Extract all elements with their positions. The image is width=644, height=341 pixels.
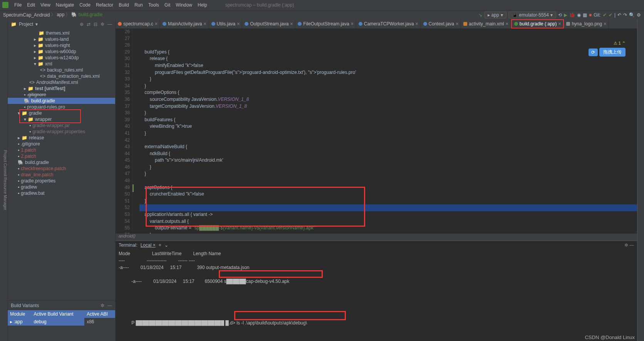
tab-Context-java[interactable]: Context.java× — [421, 19, 461, 28]
tab-spectrumcap-c[interactable]: spectrumcap.c× — [116, 19, 160, 28]
terminal-dropdown-icon[interactable]: ⌄ — [164, 242, 168, 248]
tab-MainActivity-java[interactable]: MainActivity.java× — [160, 19, 209, 28]
breadcrumb-app[interactable]: app — [50, 12, 64, 18]
tree-item-build-gradle[interactable]: 🐘 build.gradle — [8, 98, 115, 104]
tab-FileOutputStream-java[interactable]: FileOutputStream.java× — [295, 19, 356, 28]
tab-activity_main-xml[interactable]: activity_main.xml× — [461, 19, 511, 28]
tree-item-gradlew-bat[interactable]: ▪ gradlew.bat — [8, 190, 115, 196]
terminal-add-tab[interactable]: + — [159, 242, 161, 248]
menu-file[interactable]: File — [12, 2, 24, 8]
close-tab-icon[interactable]: × — [506, 21, 508, 27]
code-editor[interactable]: 2627282930313233343536373839404142434445… — [116, 28, 637, 234]
terminal-hide-icon[interactable]: — — [629, 242, 634, 248]
debug-icon[interactable]: 🐞 — [569, 12, 575, 18]
project-header[interactable]: 📁 Project ▾ ⊕ ⇄ ⊟ ✲ — — [8, 19, 115, 29]
git-commit-icon[interactable]: ✔ — [609, 12, 612, 18]
tree-item-values-w600dp[interactable]: ▸ 📁 values-w600dp — [8, 48, 115, 55]
left-tool-strip[interactable]: Project Commit Resource Manager — [0, 19, 8, 341]
search-icon[interactable]: 🔍 — [629, 12, 635, 18]
back-icon[interactable]: ↶ — [617, 12, 621, 18]
menu-refactor[interactable]: Refactor — [93, 2, 116, 8]
tree-item-data_extraction_rules-xml[interactable]: <> data_extraction_rules.xml — [8, 73, 115, 79]
profile-icon[interactable]: ◉ — [577, 12, 581, 18]
gear-icon[interactable]: ✲ — [101, 22, 104, 27]
expand-icon[interactable]: ⇄ — [87, 22, 91, 27]
right-tool-strip[interactable] — [637, 19, 644, 341]
hide-panel-icon[interactable]: — — [107, 22, 112, 27]
tree-item-values-w1240dp[interactable]: ▸ 📁 values-w1240dp — [8, 55, 115, 61]
git-check-icon[interactable]: ✔ — [603, 12, 607, 18]
breadcrumb-root[interactable]: SpectrumCap_Android — [3, 12, 50, 18]
menu-git[interactable]: Git — [162, 2, 173, 8]
terminal-prompt[interactable]: P ███████████████████████████ █.d> ls -l… — [119, 313, 634, 340]
tab-build-gradle---app-[interactable]: build.gradle (:app)× — [511, 19, 564, 28]
run-config-selector[interactable]: ▸ app ▾ — [484, 12, 506, 18]
close-tab-icon[interactable]: × — [204, 21, 206, 27]
close-tab-icon[interactable]: × — [237, 21, 240, 27]
close-tab-icon[interactable]: × — [290, 21, 293, 27]
menu-build[interactable]: Build — [116, 2, 132, 8]
tree-item-build-gradle[interactable]: 🐘 build.gradle — [8, 159, 115, 165]
breadcrumb-file[interactable]: 🐘 build.gradle — [64, 12, 102, 18]
tree-item-gradlew[interactable]: ▪ gradlew — [8, 184, 115, 190]
tree-item-themes-xml[interactable]: 📁 themes.xml — [8, 30, 115, 36]
bv-hide-icon[interactable]: — — [107, 303, 112, 308]
forward-icon[interactable]: ↷ — [623, 12, 627, 18]
bv-variant[interactable]: debug — [31, 318, 84, 326]
bv-gear-icon[interactable]: ✲ — [101, 303, 104, 308]
terminal-output[interactable]: Mode LastWriteTime Length Name ---- ----… — [116, 249, 637, 341]
terminal-gear-icon[interactable]: ✲ — [624, 242, 628, 248]
menu-edit[interactable]: Edit — [24, 2, 38, 8]
collapse-icon[interactable]: ⊟ — [94, 22, 97, 27]
sync-icon[interactable]: ⟲ — [558, 12, 562, 18]
tab-hyna_logo-png[interactable]: hyna_logo.png× — [564, 19, 609, 28]
project-view-mode[interactable]: Project — [19, 22, 33, 27]
run-icon[interactable]: ▶ — [564, 12, 567, 18]
project-tree[interactable]: 📁 themes.xml▸ 📁 values-land▸ 📁 values-ni… — [8, 29, 115, 301]
tree-item-draw_line-patch[interactable]: ▪ draw_line.patch — [8, 172, 115, 178]
tree-item-test--unitTest-[interactable]: ▸ 📁 test [unitTest] — [8, 85, 115, 92]
code-content[interactable]: buildTypes { release { minifyEnabled "k"… — [138, 28, 637, 234]
menu-run[interactable]: Run — [132, 2, 146, 8]
tree-item-backup_rules-xml[interactable]: <> backup_rules.xml — [8, 67, 115, 73]
tree-item-gradle-properties[interactable]: ▪ gradle.properties — [8, 178, 115, 184]
menu-navigate[interactable]: Navigate — [53, 2, 77, 8]
tab-OutputStream-java[interactable]: OutputStream.java× — [242, 19, 295, 28]
tab-CameraTCPWorker-java[interactable]: CameraTCPWorker.java× — [356, 19, 421, 28]
fold-column[interactable] — [132, 28, 138, 234]
tree-item-checkfreespace-patch[interactable]: ▪ checkfreespace.patch — [8, 165, 115, 172]
tree-item-xml[interactable]: ▾ 📁 xml — [8, 61, 115, 67]
menu-window[interactable]: Window — [173, 2, 195, 8]
close-tab-icon[interactable]: × — [155, 21, 158, 27]
tab-Utils-java[interactable]: Utils.java× — [209, 19, 243, 28]
tree-item-AndroidManifest-xml[interactable]: <> AndroidManifest.xml — [8, 79, 115, 85]
editor-breadcrumb[interactable]: android{} — [116, 234, 637, 241]
tree-item-1-patch[interactable]: ▪ 1.patch — [8, 147, 115, 153]
menu-help[interactable]: Help — [195, 2, 210, 8]
stop-icon[interactable]: ■ — [589, 12, 592, 18]
close-tab-icon[interactable]: × — [456, 21, 458, 27]
terminal-tab-local[interactable]: Local × — [141, 242, 156, 248]
tree-item-gradle-wrapper-properties[interactable]: ▪ gradle-wrapper.properties — [8, 129, 115, 135]
tree-item--gitignore[interactable]: ▪ .gitignore — [8, 92, 115, 98]
close-tab-icon[interactable]: × — [416, 21, 418, 27]
menu-code[interactable]: Code — [77, 2, 93, 8]
tree-item--gitignore[interactable]: ▪ .gitignore — [8, 141, 115, 147]
menu-tools[interactable]: Tools — [146, 2, 162, 8]
close-tab-icon[interactable]: × — [351, 21, 354, 27]
tree-item-release[interactable]: ▸ 📁 release — [8, 135, 115, 141]
coverage-icon[interactable]: ▦ — [583, 12, 587, 18]
tree-item-values-night[interactable]: ▸ 📁 values-night — [8, 42, 115, 48]
menu-view[interactable]: View — [38, 2, 53, 8]
settings-icon[interactable]: ⚙ — [637, 12, 641, 18]
device-selector[interactable]: 📱 emulator-5554 ▾ — [508, 12, 556, 18]
tree-item-2-patch[interactable]: ▪ 2.patch — [8, 153, 115, 159]
bv-module[interactable]: ▸ :app — [8, 318, 31, 326]
tree-item-values-land[interactable]: ▸ 📁 values-land — [8, 36, 115, 42]
target-icon[interactable]: ⊕ — [80, 22, 84, 27]
bv-abi[interactable]: x86 — [84, 318, 115, 326]
build-hammer-icon[interactable]: ↘ — [478, 12, 482, 18]
close-tab-icon[interactable]: × — [558, 21, 561, 27]
close-tab-icon[interactable]: × — [604, 21, 606, 27]
tree-item-gradle-wrapper-jar[interactable]: ▪ gradle-wrapper.jar — [8, 122, 115, 129]
